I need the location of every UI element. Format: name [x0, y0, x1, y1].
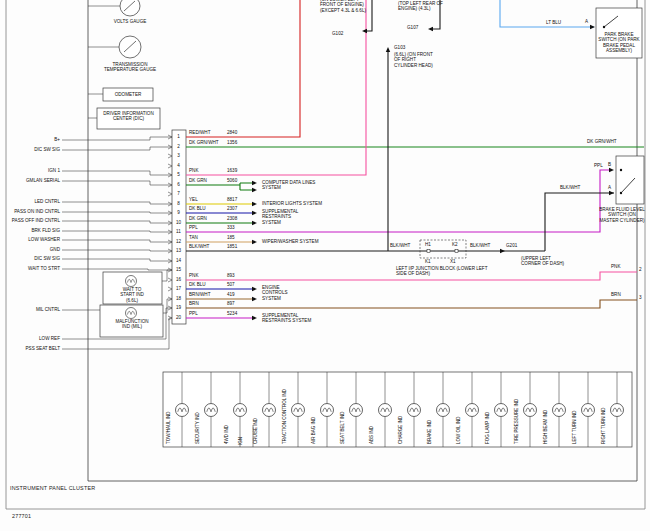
lamp-label: ABS IND: [369, 426, 374, 444]
lamp-label: LOW OIL IND: [456, 416, 461, 444]
pin-number: 7: [172, 191, 185, 196]
pin-number: 1: [172, 134, 185, 139]
circuit-number: 1851: [227, 244, 249, 249]
pin-number: 19: [172, 305, 185, 310]
signal-label: PASS OFF IND CNTRL: [2, 218, 60, 223]
callout-computer-data: COMPUTER DATA LINES SYSTEM: [262, 180, 320, 191]
signal-label: LOW WASHER: [2, 237, 60, 242]
wiring-diagram-page: VOLTS GAUGE TRANSMISSION TEMPERATURE GAU…: [0, 0, 650, 531]
wire-color-label: PNK: [189, 168, 226, 173]
pin-number: 4: [172, 163, 185, 168]
component-caption: INSTRUMENT PANEL CLUSTER: [10, 485, 210, 491]
pin-number: 13: [172, 248, 185, 253]
jb-terminal-k1: K1: [425, 259, 437, 264]
wire-color-label: DK GRN: [189, 178, 226, 183]
callout-srs-2: SUPPLEMENTAL RESTRAINTS SYSTEM: [262, 313, 312, 324]
jb-wire-out-label: BLK/WHT: [470, 243, 502, 248]
wire-pnk-1639: [186, 0, 366, 175]
wire-color-label: DK BLU: [189, 206, 226, 211]
g201-name: G201: [506, 243, 530, 248]
pin-number: 2: [172, 144, 185, 149]
wire-color-label: DK GRN: [189, 216, 226, 221]
jb-terminal-x1: X1: [450, 259, 462, 264]
pin-number: 16: [172, 277, 185, 282]
ign-rail-label: IGN: [238, 437, 243, 445]
edge-brn-label: BRN: [611, 292, 633, 297]
wire-brn-897: [186, 300, 637, 308]
pin-number: 18: [172, 296, 185, 301]
wire-color-label: PPL: [189, 311, 226, 316]
wire-color-label: PNK: [189, 273, 226, 278]
signal-label: PSS SEAT BELT: [2, 346, 60, 351]
pin-number: 15: [172, 267, 185, 272]
g107-location: (TOP LEFT REAR OF ENGINE) (4.3L): [398, 1, 444, 12]
volts-gauge-label: VOLTS GAUGE: [103, 19, 157, 24]
brake-fluid-switch-label: BRAKE FLUID LEVEL SWITCH (ON MASTER CYLI…: [599, 207, 645, 223]
odometer-label: ODOMETER: [104, 92, 152, 97]
circuit-number: 5234: [227, 311, 249, 316]
circuit-number: 2840: [227, 130, 249, 135]
circuit-number: 893: [227, 273, 249, 278]
jb-terminal-k2: K2: [452, 242, 464, 247]
lamp-label: CHARGE IND: [398, 416, 403, 444]
wire-color-label: TAN: [189, 235, 226, 240]
g103-location: (6.6L) (ON FRONT OF RIGHT CYLINDER HEAD): [394, 52, 436, 68]
signal-label: DIC SW SIG: [2, 147, 60, 152]
wire-color-label: PPL: [189, 225, 226, 230]
wire-red-wht-2840: [186, 0, 300, 137]
edge-dk-grn-wht-label: DK GRN/WHT: [587, 139, 635, 144]
lamp-label: BRAKE IND: [427, 420, 432, 444]
jb-terminal-h1: H1: [425, 242, 437, 247]
callout-wiper: WIPER/WASHER SYSTEM: [262, 239, 334, 244]
signal-label: DIC SW SIG: [2, 256, 60, 261]
lamp-label: SECURITY IND: [195, 412, 200, 444]
signal-label: LOW REF: [2, 336, 60, 341]
lamp-label: SEAT BELT IND: [340, 412, 345, 444]
wire-color-label: BRN: [189, 301, 226, 306]
signal-label: WAIT TO STRT: [2, 266, 60, 271]
dic-label: DRIVER INFORMATION CENTER (DIC): [98, 111, 159, 122]
circuit-number: 185: [227, 235, 249, 240]
lamp-label: AIR BAG IND: [311, 417, 316, 444]
callout-srs-1: SUPPLEMENTAL RESTRAINTS SYSTEM: [262, 209, 302, 225]
circuit-number: 1356: [227, 140, 249, 145]
g103-name: G103: [394, 45, 418, 50]
component-boxes: [97, 8, 644, 447]
circuit-number: 2308: [227, 216, 249, 221]
pin-number: 5: [172, 172, 185, 177]
edge-ref-2: 2: [639, 267, 647, 272]
lamp-label: CRUISE IND: [253, 418, 258, 444]
pin-number: 9: [172, 210, 185, 215]
lt-blu-wire-label: LT BLU: [546, 20, 574, 25]
signal-label: B+: [2, 137, 60, 142]
circuit-number: 2307: [227, 206, 249, 211]
callout-engine-controls: ENGINE CONTROLS SYSTEM: [262, 285, 296, 301]
lamp-label: RIGHT TURN IND: [601, 407, 606, 444]
circuit-number: 5060: [227, 178, 249, 183]
pin-number: 8: [172, 201, 185, 206]
g201-location: (UPPER LEFT CORNER OF DASH): [521, 256, 567, 267]
signal-label: MIL CNTRL: [2, 307, 60, 312]
lamp-label: LEFT TURN IND: [572, 410, 577, 444]
pin-number: 3: [172, 153, 185, 158]
signal-label: LED CNTRL: [2, 199, 60, 204]
brake-fluid-switch-box: [616, 156, 644, 204]
wire-color-label: DK GRN/WHT: [189, 140, 226, 145]
wire-color-label: BLK/WHT: [189, 244, 226, 249]
lamp-label: 4WD IND: [224, 425, 229, 444]
lamp-label: TRACTION CONTROL IND: [282, 389, 287, 444]
pin-number: 6: [172, 182, 185, 187]
circuit-number: 419: [227, 292, 249, 297]
mil-label: MALFUNCTION IND (MIL): [114, 319, 150, 330]
wire-color-label: DK BLU: [189, 282, 226, 287]
lamp-label: TIRE PRESSURE IND: [514, 399, 519, 444]
pin-number: 20: [172, 315, 185, 320]
pin-number: 17: [172, 286, 185, 291]
trans-temp-gauge-label: TRANSMISSION TEMPERATURE GAUGE: [101, 62, 159, 73]
pin-number: 14: [172, 258, 185, 263]
pin-number: 10: [172, 220, 185, 225]
g102-name: G102: [332, 31, 356, 36]
edge-pnk-label: PNK: [611, 264, 633, 269]
signal-label: GMLAN SERIAL: [2, 178, 60, 183]
volts-gauge-dial: [120, 0, 140, 16]
